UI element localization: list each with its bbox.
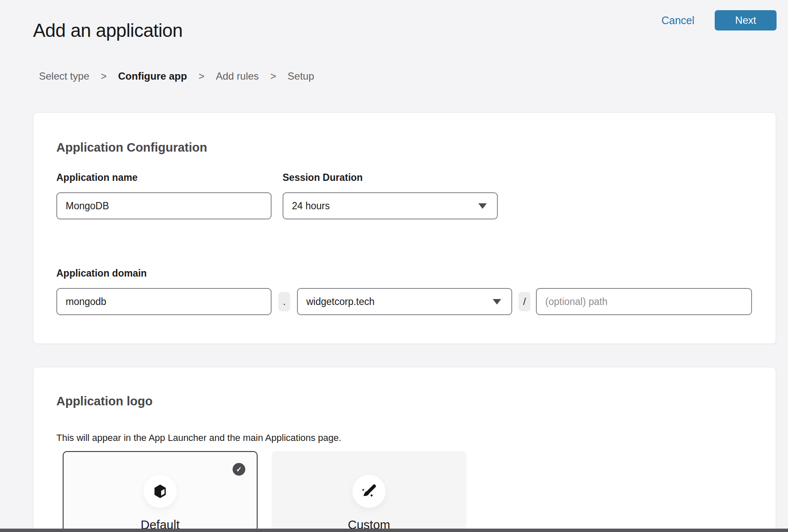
- breadcrumb-separator: >: [198, 70, 204, 82]
- step-configure-app[interactable]: Configure app: [118, 70, 187, 82]
- subdomain-input[interactable]: [56, 288, 272, 315]
- step-setup[interactable]: Setup: [288, 70, 314, 82]
- application-logo-card: Application logo This will appear in the…: [33, 367, 776, 532]
- header-actions: Cancel Next: [661, 10, 777, 30]
- step-add-rules[interactable]: Add rules: [216, 70, 258, 82]
- application-name-input[interactable]: [56, 192, 272, 219]
- next-button[interactable]: Next: [715, 10, 777, 30]
- config-card-heading: Application Configuration: [56, 141, 207, 155]
- window-bottom-edge: [0, 529, 788, 532]
- breadcrumb-separator: >: [270, 70, 276, 82]
- selected-check-icon: ✓: [233, 463, 245, 476]
- path-input[interactable]: [536, 288, 752, 315]
- cancel-button[interactable]: Cancel: [661, 14, 694, 27]
- default-logo-circle: [144, 475, 177, 508]
- application-domain-label: Application domain: [56, 268, 147, 279]
- add-application-page: Add an application Cancel Next Select ty…: [0, 0, 788, 532]
- domain-select-value: widgetcorp.tech: [306, 296, 375, 308]
- step-select-type[interactable]: Select type: [39, 70, 89, 82]
- domain-slash-separator: /: [519, 292, 530, 311]
- session-duration-label: Session Duration: [283, 172, 363, 183]
- paintbrush-icon: [360, 482, 378, 500]
- logo-card-heading: Application logo: [56, 394, 153, 408]
- cube-icon: [152, 483, 169, 500]
- logo-options: ✓ Default: [63, 451, 466, 532]
- breadcrumb: Select type > Configure app > Add rules …: [39, 70, 314, 82]
- application-configuration-card: Application Configuration Application na…: [33, 112, 776, 344]
- chevron-down-icon: [478, 203, 487, 209]
- breadcrumb-separator: >: [101, 70, 107, 82]
- session-duration-value: 24 hours: [292, 200, 330, 212]
- domain-select[interactable]: widgetcorp.tech: [297, 288, 512, 315]
- logo-card-description: This will appear in the App Launcher and…: [56, 432, 341, 443]
- logo-option-custom[interactable]: Custom: [272, 451, 466, 532]
- logo-option-default[interactable]: ✓ Default: [63, 451, 258, 532]
- domain-dot-separator: .: [278, 292, 290, 311]
- custom-logo-circle: [352, 475, 386, 508]
- session-duration-select[interactable]: 24 hours: [283, 192, 498, 219]
- chevron-down-icon: [493, 299, 501, 305]
- application-name-label: Application name: [56, 172, 138, 183]
- page-title: Add an application: [33, 20, 183, 41]
